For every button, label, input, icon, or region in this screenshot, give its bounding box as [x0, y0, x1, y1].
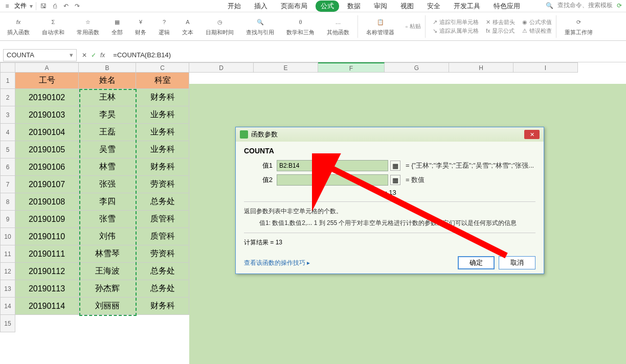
cell-C4[interactable]: 业务科	[136, 124, 189, 141]
cancel-formula-icon[interactable]: ✕	[82, 52, 87, 59]
row-header-12[interactable]: 12	[0, 263, 15, 280]
cell-A12[interactable]: 20190112	[15, 263, 79, 280]
ribbon-insert-func[interactable]: fx插入函数	[3, 14, 34, 39]
cell-A3[interactable]: 20190103	[15, 106, 79, 124]
cell-B7[interactable]: 张强	[79, 176, 136, 193]
row-header-15[interactable]: 15	[0, 315, 15, 332]
cell-C12[interactable]: 总务处	[136, 263, 189, 280]
undo-icon[interactable]: ↶	[62, 2, 70, 10]
search-icon[interactable]: 🔍	[546, 2, 553, 9]
ribbon-autosum[interactable]: Σ自动求和	[38, 14, 69, 39]
cell-B14[interactable]: 刘丽丽	[79, 298, 136, 315]
ribbon-other[interactable]: …其他函数	[323, 14, 353, 39]
col-header-D[interactable]: D	[189, 62, 254, 73]
ribbon-paste-name[interactable]: ▫ 粘贴	[406, 22, 421, 30]
ribbon-trace-dep[interactable]: ↘ 追踪从属单元格	[433, 27, 479, 35]
cell-A8[interactable]: 20190108	[15, 193, 79, 211]
row-header-11[interactable]: 11	[0, 245, 15, 263]
dialog-cancel-button[interactable]: 取消	[499, 256, 535, 269]
ribbon-math[interactable]: θ数学和三角	[282, 14, 319, 39]
cell-B9[interactable]: 张雪	[79, 211, 136, 228]
cell-A9[interactable]: 20190109	[15, 211, 79, 228]
tab-insert[interactable]: 插入	[249, 1, 273, 12]
row-header-8[interactable]: 8	[0, 193, 15, 211]
cell-B6[interactable]: 林雪	[79, 158, 136, 176]
tab-start[interactable]: 开始	[222, 1, 246, 12]
select-all-corner[interactable]	[0, 62, 15, 73]
row-header-7[interactable]: 7	[0, 176, 15, 193]
col-header-I[interactable]: I	[513, 62, 578, 73]
ribbon-recalc[interactable]: ⟳重算工作簿	[561, 14, 597, 39]
cell-A14[interactable]: 20190114	[15, 298, 79, 315]
cell-C8[interactable]: 总务处	[136, 193, 189, 211]
arg2-input[interactable]	[277, 174, 388, 186]
ribbon-remove-arrows[interactable]: ✕ 移去箭头	[486, 18, 515, 26]
row-header-9[interactable]: 9	[0, 211, 15, 228]
cell-A5[interactable]: 20190105	[15, 141, 79, 158]
dialog-help-link[interactable]: 查看该函数的操作技巧 ▸	[244, 259, 310, 267]
cell-C3[interactable]: 业务科	[136, 106, 189, 124]
ribbon-show-formula[interactable]: fx 显示公式	[486, 27, 515, 35]
row-header-1[interactable]: 1	[0, 73, 15, 89]
print-icon[interactable]: ⎙	[51, 2, 59, 10]
formula-input[interactable]: =COUNTA(B2:B14)	[110, 51, 626, 59]
cell-A6[interactable]: 20190106	[15, 158, 79, 176]
cell-B2[interactable]: 王林	[79, 89, 136, 106]
tab-data[interactable]: 数据	[342, 1, 366, 12]
cell-A1[interactable]: 工号	[15, 73, 79, 89]
cell-B5[interactable]: 吴雪	[79, 141, 136, 158]
cell-A13[interactable]: 20190113	[15, 280, 79, 298]
cell-B4[interactable]: 王磊	[79, 124, 136, 141]
row-header-14[interactable]: 14	[0, 298, 15, 315]
cell-C5[interactable]: 业务科	[136, 141, 189, 158]
save-icon[interactable]: 🖫	[39, 2, 48, 10]
cell-B10[interactable]: 刘伟	[79, 228, 136, 245]
tab-devtools[interactable]: 开发工具	[449, 1, 485, 12]
name-box[interactable]: COUNTA▾	[3, 49, 77, 61]
cell-A7[interactable]: 20190107	[15, 176, 79, 193]
cell-A2[interactable]: 20190102	[15, 89, 79, 106]
cell-B3[interactable]: 李昊	[79, 106, 136, 124]
tab-layout[interactable]: 页面布局	[276, 1, 312, 12]
ribbon-common[interactable]: ☆常用函数	[73, 14, 103, 39]
col-header-E[interactable]: E	[254, 62, 318, 73]
tab-view[interactable]: 视图	[395, 1, 419, 12]
col-header-H[interactable]: H	[449, 62, 513, 73]
col-header-G[interactable]: G	[385, 62, 449, 73]
arg1-range-picker[interactable]: ▦	[390, 161, 400, 171]
row-header-6[interactable]: 6	[0, 158, 15, 176]
ribbon-all[interactable]: ▦全部	[107, 14, 127, 39]
cell-C6[interactable]: 财务科	[136, 158, 189, 176]
row-header-5[interactable]: 5	[0, 141, 15, 158]
tab-review[interactable]: 审阅	[369, 1, 392, 12]
cell-B12[interactable]: 王海波	[79, 263, 136, 280]
row-header-4[interactable]: 4	[0, 124, 15, 141]
cell-B1[interactable]: 姓名	[79, 73, 136, 89]
cell-C14[interactable]: 财务科	[136, 298, 189, 315]
arg2-range-picker[interactable]: ▦	[390, 175, 400, 185]
tab-security[interactable]: 安全	[422, 1, 445, 12]
redo-icon[interactable]: ↷	[73, 2, 81, 10]
ribbon-text[interactable]: A文本	[178, 14, 197, 39]
accept-formula-icon[interactable]: ✓	[91, 52, 96, 59]
col-header-C[interactable]: C	[136, 62, 189, 73]
col-header-B[interactable]: B	[79, 62, 136, 73]
row-header-3[interactable]: 3	[0, 106, 15, 124]
cell-C2[interactable]: 财务科	[136, 89, 189, 106]
ribbon-eval[interactable]: ◉ 公式求值	[522, 18, 552, 26]
cell-C11[interactable]: 劳资科	[136, 245, 189, 263]
ribbon-datetime[interactable]: ◷日期和时间	[202, 14, 238, 39]
cell-A10[interactable]: 20190110	[15, 228, 79, 245]
cell-C7[interactable]: 劳资科	[136, 176, 189, 193]
tab-special[interactable]: 特色应用	[488, 1, 525, 12]
ribbon-trace-pre[interactable]: ↗ 追踪引用单元格	[433, 18, 479, 26]
dialog-titlebar[interactable]: 函数参数 ✕	[236, 127, 544, 142]
cell-B13[interactable]: 孙杰辉	[79, 280, 136, 298]
row-header-10[interactable]: 10	[0, 228, 15, 245]
cell-C10[interactable]: 质管科	[136, 228, 189, 245]
cell-B8[interactable]: 李四	[79, 193, 136, 211]
cell-C1[interactable]: 科室	[136, 73, 189, 89]
ribbon-name-mgr[interactable]: 📋名称管理器	[362, 14, 398, 39]
col-header-F[interactable]: F	[318, 62, 385, 73]
cell-A4[interactable]: 20190104	[15, 124, 79, 141]
